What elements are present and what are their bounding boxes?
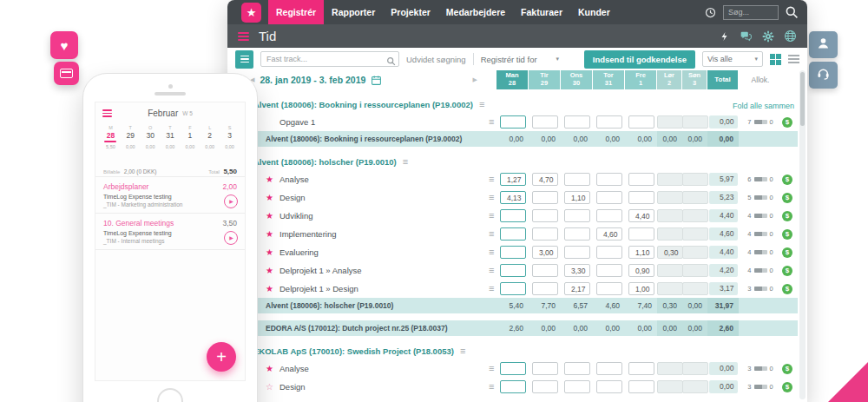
billable-coin-icon[interactable]: $ [782, 247, 792, 258]
time-input[interactable] [596, 191, 622, 204]
time-input[interactable] [564, 115, 590, 129]
globe-icon[interactable] [784, 30, 797, 43]
time-input[interactable] [657, 282, 683, 295]
task-menu-icon[interactable]: ≡ [489, 175, 496, 184]
task-menu-icon[interactable]: ≡ [489, 211, 496, 221]
time-input[interactable] [532, 173, 558, 186]
time-input[interactable] [657, 362, 683, 375]
nav-item-kunder[interactable]: Kunder [570, 0, 618, 24]
project-group-title[interactable]: Alvent (180006): Bookning i ressourcepla… [227, 100, 496, 109]
time-input[interactable] [500, 264, 526, 277]
time-input[interactable] [596, 282, 622, 295]
billable-coin-icon[interactable]: $ [782, 382, 792, 392]
time-input[interactable] [564, 282, 590, 295]
time-input[interactable] [628, 282, 654, 295]
time-input[interactable] [564, 362, 590, 375]
time-input[interactable] [682, 282, 708, 295]
favorite-star-icon[interactable]: ★ [266, 365, 279, 373]
favorite-star-icon[interactable]: ★ [266, 175, 279, 184]
month-label[interactable]: Februar [148, 109, 178, 118]
advanced-search-link[interactable]: Udvidet søgning [406, 55, 466, 64]
time-input[interactable] [532, 246, 558, 259]
favorites-tab[interactable]: ♥ [50, 31, 78, 59]
time-input[interactable] [564, 227, 590, 241]
time-input[interactable] [532, 115, 558, 129]
time-input[interactable] [682, 173, 708, 186]
time-input[interactable] [628, 227, 654, 241]
calendar-icon[interactable] [371, 75, 382, 86]
add-time-button[interactable]: + [207, 342, 236, 372]
favorite-star-icon[interactable]: ★ [266, 248, 279, 257]
time-input[interactable] [596, 246, 622, 259]
time-input[interactable] [564, 246, 590, 259]
time-input[interactable] [682, 115, 708, 129]
task-menu-icon[interactable]: ≡ [489, 364, 496, 373]
time-input[interactable] [682, 209, 708, 222]
time-input[interactable] [532, 191, 558, 204]
chat-icon[interactable] [740, 30, 753, 43]
time-input[interactable] [500, 282, 526, 295]
time-input[interactable] [532, 380, 558, 393]
task-menu-icon[interactable]: ≡ [489, 266, 496, 275]
time-input[interactable] [628, 173, 654, 186]
time-input[interactable] [596, 173, 622, 186]
nav-item-medarbejdere[interactable]: Medarbejdere [438, 0, 513, 24]
profile-button[interactable] [809, 31, 838, 58]
time-input[interactable] [657, 173, 683, 186]
calendar-day[interactable]: L20,00 [200, 123, 220, 161]
time-input[interactable] [500, 227, 526, 241]
time-input[interactable] [657, 264, 683, 277]
calendar-day[interactable]: T310,00 [161, 123, 181, 161]
time-input[interactable] [657, 246, 683, 259]
time-input[interactable] [564, 173, 590, 186]
time-input[interactable] [657, 380, 683, 393]
time-input[interactable] [532, 264, 558, 277]
time-input[interactable] [682, 264, 708, 277]
home-button[interactable] [157, 388, 183, 402]
time-input[interactable] [657, 191, 683, 204]
time-input[interactable] [628, 246, 654, 259]
timelog-logo[interactable]: ★ [241, 3, 261, 23]
task-menu-icon[interactable]: ≡ [489, 284, 496, 293]
calendar-day[interactable]: F10,00 [180, 123, 200, 161]
nav-item-registrér[interactable]: Registrér [268, 0, 324, 24]
time-input[interactable] [628, 380, 654, 393]
time-input[interactable] [682, 191, 708, 204]
time-input[interactable] [657, 227, 683, 241]
scrollbar-thumb[interactable] [800, 72, 805, 126]
phone-menu-icon[interactable] [102, 109, 112, 117]
time-input[interactable] [564, 264, 590, 277]
menu-icon[interactable]: ≡ [403, 157, 408, 167]
time-input[interactable] [657, 209, 683, 222]
play-button[interactable]: ▶ [224, 231, 238, 245]
time-input[interactable] [657, 115, 683, 129]
global-search-input[interactable] [723, 5, 779, 20]
time-input[interactable] [500, 115, 526, 129]
time-input[interactable] [532, 282, 558, 295]
play-button[interactable]: ▶ [224, 194, 238, 208]
task-menu-icon[interactable]: ≡ [489, 193, 496, 202]
billable-coin-icon[interactable]: $ [782, 211, 792, 221]
lightning-icon[interactable] [720, 30, 730, 43]
time-input[interactable] [532, 362, 558, 375]
page-menu-icon[interactable] [238, 32, 249, 41]
favorite-star-icon[interactable]: ★ [266, 212, 279, 221]
time-input[interactable] [500, 173, 526, 186]
card-tab[interactable] [54, 62, 79, 85]
fast-track-input[interactable] [260, 51, 399, 67]
time-input[interactable] [682, 380, 708, 393]
favorite-star-icon[interactable]: ☆ [266, 383, 279, 392]
next-week-icon[interactable]: ▶ [473, 76, 477, 83]
time-input[interactable] [628, 115, 654, 129]
time-input[interactable] [682, 246, 708, 259]
grid-view-icon[interactable] [770, 54, 781, 65]
calendar-day[interactable]: O300,00 [141, 123, 161, 161]
menu-icon[interactable]: ≡ [479, 100, 484, 109]
time-input[interactable] [596, 115, 622, 129]
task-menu-icon[interactable]: ≡ [489, 382, 496, 392]
gear-icon[interactable] [762, 30, 774, 43]
view-filter-dropdown[interactable]: Vis alle ▾ [702, 51, 763, 67]
favorite-star-icon[interactable]: ★ [266, 285, 279, 293]
task-menu-icon[interactable]: ≡ [489, 247, 496, 257]
time-input[interactable] [500, 380, 526, 393]
